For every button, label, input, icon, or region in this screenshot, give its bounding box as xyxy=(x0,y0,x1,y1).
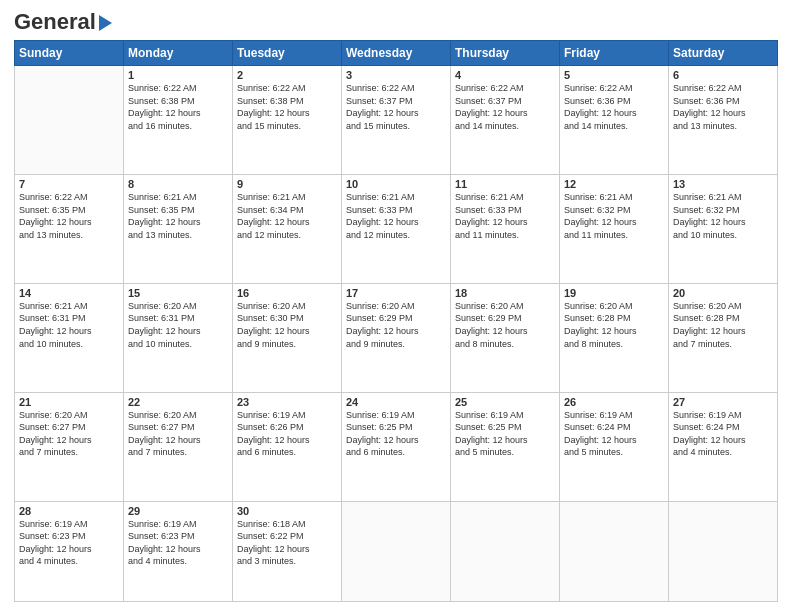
weekday-sunday: Sunday xyxy=(15,41,124,66)
calendar-cell: 30Sunrise: 6:18 AMSunset: 6:22 PMDayligh… xyxy=(233,501,342,602)
day-number: 25 xyxy=(455,396,555,408)
day-number: 16 xyxy=(237,287,337,299)
day-number: 11 xyxy=(455,178,555,190)
calendar-cell: 9Sunrise: 6:21 AMSunset: 6:34 PMDaylight… xyxy=(233,175,342,284)
calendar-cell: 16Sunrise: 6:20 AMSunset: 6:30 PMDayligh… xyxy=(233,283,342,392)
day-info: Sunrise: 6:21 AMSunset: 6:31 PMDaylight:… xyxy=(19,300,119,350)
day-info: Sunrise: 6:20 AMSunset: 6:28 PMDaylight:… xyxy=(564,300,664,350)
calendar-cell: 13Sunrise: 6:21 AMSunset: 6:32 PMDayligh… xyxy=(669,175,778,284)
calendar-cell: 11Sunrise: 6:21 AMSunset: 6:33 PMDayligh… xyxy=(451,175,560,284)
day-info: Sunrise: 6:19 AMSunset: 6:25 PMDaylight:… xyxy=(346,409,446,459)
day-number: 5 xyxy=(564,69,664,81)
day-number: 28 xyxy=(19,505,119,517)
weekday-wednesday: Wednesday xyxy=(342,41,451,66)
calendar-cell: 19Sunrise: 6:20 AMSunset: 6:28 PMDayligh… xyxy=(560,283,669,392)
day-number: 17 xyxy=(346,287,446,299)
calendar-cell: 26Sunrise: 6:19 AMSunset: 6:24 PMDayligh… xyxy=(560,392,669,501)
logo-general: General xyxy=(14,10,96,34)
day-number: 7 xyxy=(19,178,119,190)
calendar-table: SundayMondayTuesdayWednesdayThursdayFrid… xyxy=(14,40,778,602)
calendar-cell: 3Sunrise: 6:22 AMSunset: 6:37 PMDaylight… xyxy=(342,66,451,175)
week-row-4: 21Sunrise: 6:20 AMSunset: 6:27 PMDayligh… xyxy=(15,392,778,501)
day-number: 18 xyxy=(455,287,555,299)
day-number: 26 xyxy=(564,396,664,408)
day-number: 20 xyxy=(673,287,773,299)
calendar-cell: 20Sunrise: 6:20 AMSunset: 6:28 PMDayligh… xyxy=(669,283,778,392)
day-number: 3 xyxy=(346,69,446,81)
day-info: Sunrise: 6:19 AMSunset: 6:24 PMDaylight:… xyxy=(564,409,664,459)
calendar-cell xyxy=(669,501,778,602)
day-info: Sunrise: 6:22 AMSunset: 6:38 PMDaylight:… xyxy=(128,82,228,132)
week-row-3: 14Sunrise: 6:21 AMSunset: 6:31 PMDayligh… xyxy=(15,283,778,392)
day-info: Sunrise: 6:20 AMSunset: 6:30 PMDaylight:… xyxy=(237,300,337,350)
day-number: 29 xyxy=(128,505,228,517)
calendar-cell: 4Sunrise: 6:22 AMSunset: 6:37 PMDaylight… xyxy=(451,66,560,175)
day-info: Sunrise: 6:22 AMSunset: 6:37 PMDaylight:… xyxy=(455,82,555,132)
calendar-cell: 25Sunrise: 6:19 AMSunset: 6:25 PMDayligh… xyxy=(451,392,560,501)
calendar-cell: 14Sunrise: 6:21 AMSunset: 6:31 PMDayligh… xyxy=(15,283,124,392)
calendar-cell: 27Sunrise: 6:19 AMSunset: 6:24 PMDayligh… xyxy=(669,392,778,501)
day-info: Sunrise: 6:19 AMSunset: 6:26 PMDaylight:… xyxy=(237,409,337,459)
day-info: Sunrise: 6:21 AMSunset: 6:33 PMDaylight:… xyxy=(455,191,555,241)
day-number: 4 xyxy=(455,69,555,81)
day-number: 22 xyxy=(128,396,228,408)
day-info: Sunrise: 6:20 AMSunset: 6:28 PMDaylight:… xyxy=(673,300,773,350)
day-info: Sunrise: 6:22 AMSunset: 6:37 PMDaylight:… xyxy=(346,82,446,132)
calendar-cell: 12Sunrise: 6:21 AMSunset: 6:32 PMDayligh… xyxy=(560,175,669,284)
calendar-cell: 21Sunrise: 6:20 AMSunset: 6:27 PMDayligh… xyxy=(15,392,124,501)
calendar-cell: 28Sunrise: 6:19 AMSunset: 6:23 PMDayligh… xyxy=(15,501,124,602)
page: General SundayMondayTuesdayWednesdayThur… xyxy=(0,0,792,612)
calendar-cell xyxy=(560,501,669,602)
day-info: Sunrise: 6:22 AMSunset: 6:35 PMDaylight:… xyxy=(19,191,119,241)
day-number: 1 xyxy=(128,69,228,81)
calendar-cell: 8Sunrise: 6:21 AMSunset: 6:35 PMDaylight… xyxy=(124,175,233,284)
day-info: Sunrise: 6:20 AMSunset: 6:29 PMDaylight:… xyxy=(346,300,446,350)
day-info: Sunrise: 6:21 AMSunset: 6:34 PMDaylight:… xyxy=(237,191,337,241)
day-info: Sunrise: 6:22 AMSunset: 6:36 PMDaylight:… xyxy=(564,82,664,132)
day-number: 19 xyxy=(564,287,664,299)
day-number: 24 xyxy=(346,396,446,408)
day-info: Sunrise: 6:18 AMSunset: 6:22 PMDaylight:… xyxy=(237,518,337,568)
calendar-cell: 22Sunrise: 6:20 AMSunset: 6:27 PMDayligh… xyxy=(124,392,233,501)
logo: General xyxy=(14,10,112,34)
day-info: Sunrise: 6:20 AMSunset: 6:31 PMDaylight:… xyxy=(128,300,228,350)
day-info: Sunrise: 6:21 AMSunset: 6:33 PMDaylight:… xyxy=(346,191,446,241)
calendar-cell: 10Sunrise: 6:21 AMSunset: 6:33 PMDayligh… xyxy=(342,175,451,284)
day-number: 12 xyxy=(564,178,664,190)
day-number: 21 xyxy=(19,396,119,408)
day-number: 9 xyxy=(237,178,337,190)
day-info: Sunrise: 6:22 AMSunset: 6:38 PMDaylight:… xyxy=(237,82,337,132)
calendar-cell xyxy=(342,501,451,602)
day-number: 14 xyxy=(19,287,119,299)
calendar-cell: 1Sunrise: 6:22 AMSunset: 6:38 PMDaylight… xyxy=(124,66,233,175)
day-info: Sunrise: 6:20 AMSunset: 6:29 PMDaylight:… xyxy=(455,300,555,350)
calendar-cell: 2Sunrise: 6:22 AMSunset: 6:38 PMDaylight… xyxy=(233,66,342,175)
calendar-cell: 6Sunrise: 6:22 AMSunset: 6:36 PMDaylight… xyxy=(669,66,778,175)
day-number: 30 xyxy=(237,505,337,517)
calendar-cell: 29Sunrise: 6:19 AMSunset: 6:23 PMDayligh… xyxy=(124,501,233,602)
logo-triangle-icon xyxy=(99,15,112,31)
day-info: Sunrise: 6:19 AMSunset: 6:24 PMDaylight:… xyxy=(673,409,773,459)
week-row-2: 7Sunrise: 6:22 AMSunset: 6:35 PMDaylight… xyxy=(15,175,778,284)
day-info: Sunrise: 6:19 AMSunset: 6:23 PMDaylight:… xyxy=(128,518,228,568)
calendar-cell: 7Sunrise: 6:22 AMSunset: 6:35 PMDaylight… xyxy=(15,175,124,284)
day-number: 8 xyxy=(128,178,228,190)
weekday-header-row: SundayMondayTuesdayWednesdayThursdayFrid… xyxy=(15,41,778,66)
day-info: Sunrise: 6:20 AMSunset: 6:27 PMDaylight:… xyxy=(128,409,228,459)
day-info: Sunrise: 6:21 AMSunset: 6:32 PMDaylight:… xyxy=(673,191,773,241)
calendar-cell: 17Sunrise: 6:20 AMSunset: 6:29 PMDayligh… xyxy=(342,283,451,392)
day-info: Sunrise: 6:22 AMSunset: 6:36 PMDaylight:… xyxy=(673,82,773,132)
calendar-cell: 23Sunrise: 6:19 AMSunset: 6:26 PMDayligh… xyxy=(233,392,342,501)
week-row-5: 28Sunrise: 6:19 AMSunset: 6:23 PMDayligh… xyxy=(15,501,778,602)
day-number: 6 xyxy=(673,69,773,81)
calendar-cell xyxy=(451,501,560,602)
weekday-thursday: Thursday xyxy=(451,41,560,66)
day-number: 13 xyxy=(673,178,773,190)
day-info: Sunrise: 6:20 AMSunset: 6:27 PMDaylight:… xyxy=(19,409,119,459)
calendar-cell xyxy=(15,66,124,175)
day-number: 23 xyxy=(237,396,337,408)
weekday-monday: Monday xyxy=(124,41,233,66)
day-info: Sunrise: 6:21 AMSunset: 6:35 PMDaylight:… xyxy=(128,191,228,241)
day-number: 10 xyxy=(346,178,446,190)
calendar-cell: 18Sunrise: 6:20 AMSunset: 6:29 PMDayligh… xyxy=(451,283,560,392)
